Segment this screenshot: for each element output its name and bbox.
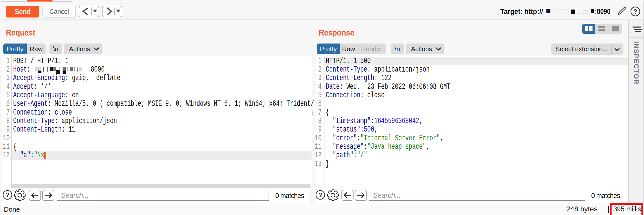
svg-text:?: ?: [318, 191, 322, 199]
svg-text:?: ?: [5, 191, 10, 199]
svg-text:?: ?: [633, 8, 637, 15]
